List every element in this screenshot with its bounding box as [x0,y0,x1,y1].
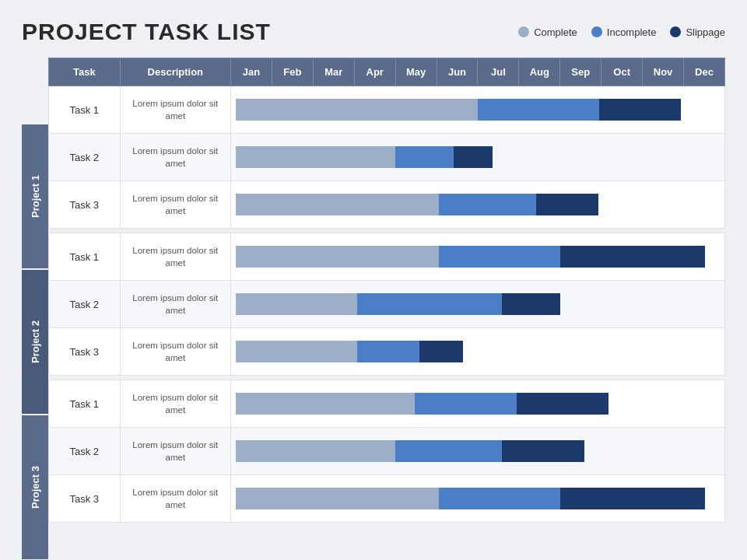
page-title: PROJECT TASK LIST [22,19,518,45]
legend: Complete Incomplete Slippage [518,26,725,38]
project-label-3: Project 3 [22,414,48,559]
gantt-bar-complete [236,293,356,315]
project-label-2: Project 2 [22,268,48,414]
task-name-cell: Task 3 [49,475,121,523]
gantt-bar-incomplete [439,194,535,215]
gantt-bar-complete [236,146,395,168]
main-table: Task Description JanFebMarAprMayJunJulAu… [48,58,725,559]
legend-incomplete: Incomplete [591,26,657,38]
complete-label: Complete [534,26,577,38]
project-label-1: Project 1 [22,123,48,268]
month-header-jul: Jul [478,58,519,86]
gantt-bar-incomplete [395,146,454,168]
slippage-label: Slippage [686,26,725,38]
table-row: Task 2Lorem ipsum dolor sit amet [49,428,725,475]
task-name-cell: Task 2 [49,281,121,328]
page: PROJECT TASK LIST Complete Incomplete Sl… [0,0,747,560]
task-desc-cell: Lorem ipsum dolor sit amet [120,428,230,475]
task-desc-cell: Lorem ipsum dolor sit amet [120,134,230,181]
gantt-cell [231,134,725,181]
month-header-feb: Feb [272,58,313,86]
gantt-track [236,146,720,168]
gantt-bar-slippage [560,488,706,509]
gantt-track [236,440,720,462]
gantt-bar-slippage [517,393,608,415]
table-row: Task 2Lorem ipsum dolor sit amet [49,281,725,328]
project-labels: Project 1Project 2Project 3 [22,90,48,559]
gantt-cell [231,428,725,475]
slippage-dot-icon [670,26,681,37]
table-area: Project 1Project 2Project 3 Task Descrip… [22,58,725,559]
task-name-cell: Task 1 [49,233,121,281]
task-desc-cell: Lorem ipsum dolor sit amet [120,475,230,523]
task-desc-cell: Lorem ipsum dolor sit amet [120,233,230,281]
gantt-bar-slippage [502,440,584,462]
month-header-jan: Jan [231,58,272,86]
gantt-bar-incomplete [478,99,598,121]
task-desc-cell: Lorem ipsum dolor sit amet [120,328,230,376]
gantt-bar-complete [236,393,415,415]
gantt-bar-incomplete [439,488,559,509]
gantt-bar-incomplete [357,293,503,315]
month-header-mar: Mar [313,58,354,86]
header-row: PROJECT TASK LIST Complete Incomplete Sl… [22,19,725,45]
gantt-cell [231,86,725,134]
table-header-row: Task Description JanFebMarAprMayJunJulAu… [49,58,725,86]
gantt-bar-slippage [560,246,706,268]
month-header-aug: Aug [519,58,560,86]
gantt-bar-incomplete [415,393,517,415]
legend-complete: Complete [518,26,577,38]
gantt-bar-incomplete [439,246,559,268]
table-row: Task 1Lorem ipsum dolor sit amet [49,86,725,134]
task-desc-cell: Lorem ipsum dolor sit amet [120,380,230,428]
task-header: Task [49,58,121,86]
task-name-cell: Task 2 [49,134,121,181]
gantt-track [236,246,720,268]
gantt-cell [231,281,725,328]
task-desc-cell: Lorem ipsum dolor sit amet [120,281,230,328]
desc-header: Description [120,58,230,86]
gantt-bar-complete [236,488,439,509]
month-header-sep: Sep [560,58,601,86]
gantt-bar-complete [236,440,395,462]
gantt-cell [231,181,725,229]
gantt-bar-incomplete [357,341,420,362]
task-name-cell: Task 1 [49,86,121,134]
incomplete-label: Incomplete [607,26,657,38]
legend-slippage: Slippage [670,26,725,38]
table-row: Task 3Lorem ipsum dolor sit amet [49,328,725,376]
incomplete-dot-icon [591,26,602,37]
gantt-cell [231,233,725,281]
table-row: Task 3Lorem ipsum dolor sit amet [49,181,725,229]
gantt-cell [231,475,725,523]
gantt-bar-slippage [536,194,599,215]
table-row: Task 1Lorem ipsum dolor sit amet [49,380,725,428]
month-header-apr: Apr [354,58,395,86]
gantt-track [236,99,720,121]
gantt-bar-complete [236,246,439,268]
task-name-cell: Task 2 [49,428,121,475]
gantt-track [236,488,720,509]
gantt-bar-slippage [454,146,493,168]
complete-dot-icon [518,26,529,37]
table-row: Task 3Lorem ipsum dolor sit amet [49,475,725,523]
month-header-dec: Dec [684,58,725,86]
gantt-bar-complete [236,341,356,362]
task-desc-cell: Lorem ipsum dolor sit amet [120,86,230,134]
gantt-bar-incomplete [395,440,502,462]
task-desc-cell: Lorem ipsum dolor sit amet [120,181,230,229]
task-name-cell: Task 3 [49,181,121,229]
gantt-track [236,293,720,315]
gantt-track [236,194,720,215]
gantt-cell [231,380,725,428]
gantt-track [236,393,720,415]
month-header-may: May [395,58,437,86]
month-header-jun: Jun [437,58,478,86]
task-name-cell: Task 1 [49,380,121,428]
task-name-cell: Task 3 [49,328,121,376]
table-row: Task 1Lorem ipsum dolor sit amet [49,233,725,281]
table-row: Task 2Lorem ipsum dolor sit amet [49,134,725,181]
gantt-bar-slippage [502,293,560,315]
gantt-bar-slippage [419,341,463,362]
gantt-bar-complete [236,99,478,121]
